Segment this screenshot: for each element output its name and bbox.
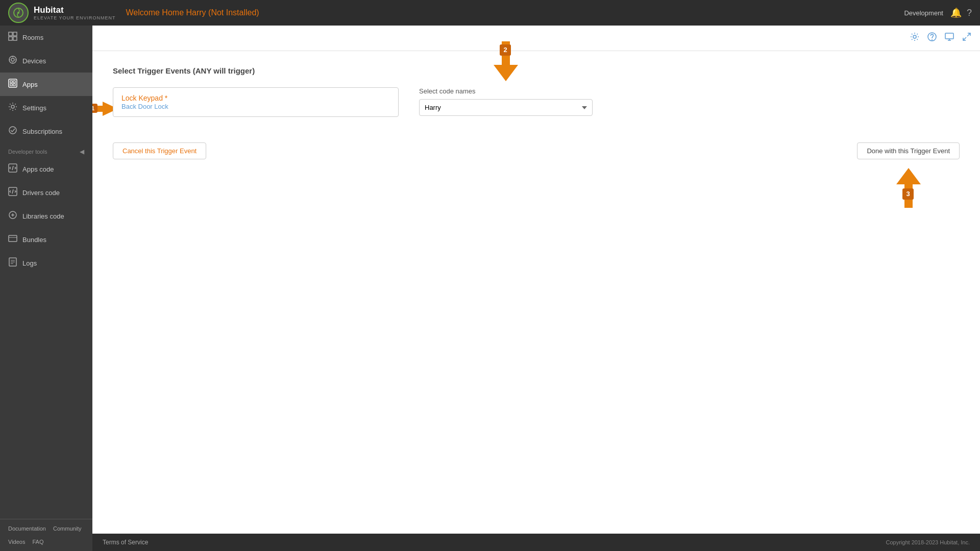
- logo-circle: [8, 3, 29, 23]
- libraries-code-icon: [8, 210, 17, 222]
- svg-rect-15: [10, 84, 12, 86]
- sidebar-settings-label: Settings: [22, 104, 46, 112]
- sidebar-item-logs[interactable]: Logs: [0, 251, 92, 275]
- sidebar-item-subscriptions[interactable]: Subscriptions: [0, 119, 92, 143]
- done-button-container: Done with this Trigger Event 3: [857, 142, 960, 159]
- svg-point-17: [11, 105, 14, 108]
- svg-rect-2: [9, 32, 12, 36]
- developer-tools-label: Developer tools ◀: [0, 143, 92, 157]
- trigger-right: 2 Select code names Harry John Sally Gue…: [419, 87, 593, 116]
- svg-rect-5: [13, 37, 17, 40]
- logo: Hubitat ELEVATE YOUR ENVIRONMENT: [8, 3, 116, 23]
- svg-point-32: [913, 35, 916, 38]
- sidebar-devices-label: Devices: [22, 57, 46, 65]
- trigger-left: Lock Keypad * Back Door Lock: [113, 87, 399, 117]
- topbar: Hubitat ELEVATE YOUR ENVIRONMENT Welcome…: [0, 0, 980, 26]
- done-trigger-button[interactable]: Done with this Trigger Event: [857, 142, 960, 159]
- svg-point-18: [9, 127, 16, 134]
- footer-docs-link[interactable]: Documentation: [8, 525, 46, 532]
- sidebar-libraries-code-label: Libraries code: [22, 212, 64, 220]
- svg-rect-35: [945, 33, 953, 39]
- monitor-icon[interactable]: [944, 32, 954, 44]
- cancel-trigger-button[interactable]: Cancel this Trigger Event: [113, 142, 206, 159]
- svg-text:2: 2: [503, 46, 507, 54]
- footer-links: Terms of Service: [103, 539, 148, 546]
- sidebar-bundles-label: Bundles: [22, 236, 46, 244]
- sidebar-item-devices[interactable]: Devices: [0, 49, 92, 73]
- sidebar-item-bundles[interactable]: Bundles: [0, 228, 92, 251]
- sidebar-subscriptions-label: Subscriptions: [22, 128, 62, 135]
- sidebar-item-rooms[interactable]: Rooms: [0, 26, 92, 49]
- annotation-arrow-3: 3: [893, 167, 924, 209]
- rooms-icon: [8, 32, 17, 43]
- expand-icon[interactable]: [962, 32, 972, 44]
- footer-faq-link[interactable]: FAQ: [32, 539, 43, 545]
- svg-text:1: 1: [92, 105, 94, 111]
- svg-point-7: [11, 58, 14, 61]
- page-footer: Terms of Service Copyright 2018-2023 Hub…: [92, 534, 980, 551]
- bundles-icon: [8, 234, 17, 245]
- svg-point-6: [9, 56, 16, 63]
- svg-point-1: [17, 12, 19, 14]
- title-text: Welcome Home Harry: [126, 8, 206, 17]
- svg-rect-13: [10, 81, 12, 83]
- footer-videos-link[interactable]: Videos: [8, 539, 25, 545]
- sidebar-item-drivers-code[interactable]: Drivers code: [0, 181, 92, 204]
- svg-text:3: 3: [906, 190, 910, 198]
- sidebar-footer: Documentation Community Videos FAQ: [0, 519, 92, 551]
- apps-icon: [8, 79, 17, 90]
- sidebar-item-apps-code[interactable]: Apps code: [0, 157, 92, 181]
- subscriptions-icon: [8, 126, 17, 137]
- topbar-icons: 🔔 ?: [950, 7, 972, 18]
- terms-link[interactable]: Terms of Service: [103, 539, 148, 546]
- sidebar-rooms-label: Rooms: [22, 34, 43, 41]
- logo-text-block: Hubitat ELEVATE YOUR ENVIRONMENT: [34, 5, 116, 20]
- sidebar-item-apps[interactable]: Apps: [0, 73, 92, 96]
- apps-code-icon: [8, 163, 17, 175]
- svg-line-22: [12, 189, 13, 194]
- device-box: Lock Keypad * Back Door Lock: [113, 87, 399, 117]
- section-title: Select Trigger Events (ANY will trigger): [113, 66, 960, 75]
- svg-point-34: [932, 39, 933, 40]
- gear-icon[interactable]: [910, 32, 920, 44]
- settings-icon: [8, 102, 17, 113]
- sidebar-item-settings[interactable]: Settings: [0, 96, 92, 119]
- code-names-select[interactable]: Harry John Sally Guest: [419, 99, 593, 116]
- sidebar-nav: Rooms Devices Apps Settings: [0, 26, 92, 519]
- help-icon[interactable]: [927, 32, 937, 44]
- content-toolbar: [92, 26, 980, 51]
- logs-icon: [8, 257, 17, 269]
- svg-rect-26: [9, 235, 17, 242]
- page-title: Welcome Home Harry (Not Installed): [126, 8, 259, 17]
- svg-rect-12: [9, 79, 17, 87]
- main-layout: Rooms Devices Apps Settings: [0, 26, 980, 551]
- sidebar-drivers-code-label: Drivers code: [22, 189, 60, 197]
- sidebar-logs-label: Logs: [22, 259, 37, 267]
- developer-collapse-icon[interactable]: ◀: [80, 148, 84, 155]
- device-link[interactable]: Back Door Lock: [121, 103, 168, 110]
- svg-marker-48: [896, 168, 921, 184]
- content-area: Select Trigger Events (ANY will trigger)…: [92, 26, 980, 551]
- svg-line-20: [12, 166, 13, 170]
- topbar-right: Development 🔔 ?: [904, 7, 972, 18]
- footer-copyright: Copyright 2018-2023 Hubitat, Inc.: [886, 539, 970, 545]
- device-name-text: Lock Keypad *: [121, 94, 167, 102]
- question-icon[interactable]: ?: [967, 8, 972, 18]
- svg-line-38: [967, 33, 970, 36]
- trigger-section: 1 Lock Keypad * Back Door Lock: [113, 87, 960, 159]
- svg-rect-3: [13, 32, 17, 36]
- svg-rect-4: [9, 37, 12, 40]
- sidebar-apps-label: Apps: [22, 81, 38, 88]
- footer-community-link[interactable]: Community: [53, 525, 82, 532]
- sidebar-apps-code-label: Apps code: [22, 165, 54, 173]
- devices-icon: [8, 55, 17, 66]
- svg-rect-16: [13, 84, 15, 86]
- code-names-label: Select code names: [419, 87, 593, 95]
- svg-line-39: [963, 37, 966, 40]
- sidebar-item-libraries-code[interactable]: Libraries code: [0, 204, 92, 228]
- notification-icon[interactable]: 🔔: [950, 7, 962, 18]
- install-status: (Not Installed): [208, 8, 259, 17]
- annotation-arrow-2: 2: [491, 41, 521, 84]
- buttons-row: Cancel this Trigger Event Done with this…: [113, 142, 960, 159]
- svg-rect-14: [13, 81, 15, 83]
